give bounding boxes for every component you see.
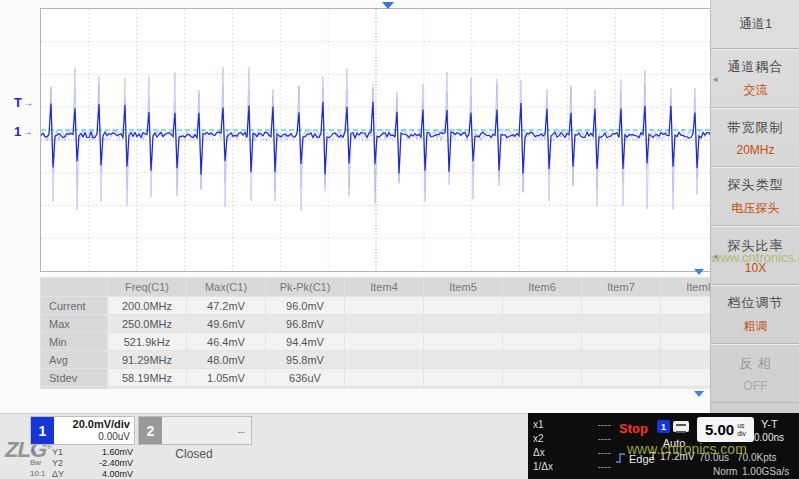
- measurement-cell: 636uV: [266, 369, 345, 387]
- measurement-cell: [345, 297, 424, 315]
- measurement-row-label: Count: [41, 387, 108, 390]
- cursor-y-readouts: ∿Y11.60mVBwY2-2.40mV10:1ΔY4.00mV: [30, 446, 133, 479]
- measurement-cell: [661, 387, 711, 390]
- measurement-cell: [661, 369, 711, 387]
- sidebar-item-5[interactable]: 档位调节粗调: [711, 285, 799, 344]
- measurement-cell: 96.0mV: [266, 297, 345, 315]
- cursor-x-row: 1/Δx----: [533, 459, 611, 473]
- channel-tag-icon: Bw: [30, 458, 52, 467]
- sidebar-item-3[interactable]: 探头类型电压探头: [711, 167, 799, 226]
- measurement-cell: [424, 369, 503, 387]
- scroll-indicator-bottom-icon[interactable]: [694, 391, 704, 397]
- trigger-position-icon[interactable]: [382, 2, 394, 9]
- trigger-display-icon: [673, 421, 689, 432]
- cursor-x-row: Δx----: [533, 445, 611, 459]
- channel1-marker-label: 1: [14, 124, 21, 139]
- measurement-cell: [503, 333, 582, 351]
- measurement-column-header: [41, 278, 108, 297]
- measurement-cell: [424, 351, 503, 369]
- measurement-column-header: Item4: [345, 278, 424, 297]
- measurement-cell: 96.8mV: [266, 315, 345, 333]
- scroll-indicator-top-icon[interactable]: [694, 269, 704, 275]
- cursor-label: ΔY: [52, 469, 72, 479]
- measurement-row-label: Max: [41, 315, 108, 333]
- sidebar-item-4[interactable]: ◂探头比率10X: [711, 226, 799, 285]
- menu-item-value: 10X: [745, 261, 766, 275]
- measurement-cell: [661, 297, 711, 315]
- measurement-cell: [582, 369, 661, 387]
- cursor-label: 1/Δx: [533, 461, 563, 472]
- cursor-x-row: x2----: [533, 431, 611, 445]
- measurement-cell: [582, 333, 661, 351]
- measurement-cell: 250.0MHz: [108, 315, 187, 333]
- measurement-cell: [424, 297, 503, 315]
- measurement-cell: [503, 369, 582, 387]
- menu-item-value: 电压探头: [732, 200, 780, 217]
- cursor-x-readouts: x1----x2----Δx----1/Δx----: [533, 417, 611, 473]
- measurement-cell: [661, 351, 711, 369]
- sidebar-item-2[interactable]: 带宽限制20MHz: [711, 108, 799, 167]
- trigger-delay: 0.00ns: [754, 432, 784, 443]
- cursor-label: Y2: [52, 458, 72, 468]
- channel1-scale: 20.0mV/div: [73, 418, 130, 431]
- measurement-table: Freq(C1)Max(C1)Pk-Pk(C1)Item4Item5Item6I…: [40, 277, 710, 389]
- cursor-label: Y1: [52, 447, 72, 457]
- measurement-cell: 200.0MHz: [108, 297, 187, 315]
- menu-item-label: 带宽限制: [728, 119, 784, 137]
- channel-tag-icon: 10:1: [30, 469, 52, 478]
- channel1-values: 20.0mV/div 0.00uV: [54, 417, 134, 444]
- trigger-level-label: T: [14, 95, 22, 110]
- waveform-display[interactable]: [40, 8, 712, 272]
- run-state-indicator[interactable]: Stop: [619, 421, 648, 436]
- measurement-row-label: Current: [41, 297, 108, 315]
- sidebar-item-1[interactable]: ◂通道耦合交流: [711, 49, 799, 108]
- measurement-column-header: Item7: [582, 278, 661, 297]
- measurement-cell: [345, 315, 424, 333]
- sidebar-item-6[interactable]: 反 相OFF: [711, 344, 799, 403]
- channel2-status-box[interactable]: 2 --: [138, 416, 252, 445]
- cursor-value: 4.00mV: [72, 469, 133, 479]
- measurement-column-header: Freq(C1): [108, 278, 187, 297]
- cursor-value: ----: [563, 447, 611, 458]
- right-arrow-icon: →: [22, 126, 32, 137]
- trigger-type: Edge: [615, 450, 655, 468]
- measurement-row: Avg91.29MHz48.0mV95.8mV: [41, 351, 711, 369]
- trigger-level-readout: T 17.2mV: [650, 451, 695, 462]
- measurement-cell: [345, 351, 424, 369]
- oscilloscope-screen: T→ 1→ Freq(C1)Max(C1)Pk-Pk(C1)Item4Item5…: [0, 0, 799, 479]
- trigger-level-marker[interactable]: T→: [14, 95, 33, 110]
- rising-edge-icon: [615, 450, 626, 468]
- channel1-level-marker[interactable]: 1→: [14, 124, 32, 139]
- left-arrow-icon: ◂: [713, 251, 718, 261]
- measurement-cell: [661, 333, 711, 351]
- channel2-dash: --: [162, 417, 251, 444]
- measurement-header-row: Freq(C1)Max(C1)Pk-Pk(C1)Item4Item5Item6I…: [41, 278, 711, 297]
- cursor-value: 1.60mV: [72, 447, 133, 457]
- channel1-status-box[interactable]: 1 20.0mV/div 0.00uV: [30, 416, 135, 445]
- right-arrow-icon: →: [23, 97, 33, 108]
- measurement-cell: [582, 297, 661, 315]
- cursor-y-row: BwY2-2.40mV: [30, 457, 133, 468]
- measurement-column-header: Item8: [661, 278, 711, 297]
- timebase-value: 5.00: [705, 421, 734, 438]
- measurement-cell: 4.011k: [108, 387, 187, 390]
- channel-tag-icon: ∿: [30, 447, 52, 456]
- measurement-cell: [424, 333, 503, 351]
- measurement-cell: 14: [266, 387, 345, 390]
- measurement-cell: [345, 333, 424, 351]
- measurement-row: Count4.011k1414: [41, 387, 711, 390]
- cursor-y-row: ∿Y11.60mV: [30, 446, 133, 457]
- timebase-box[interactable]: 5.00 us div: [697, 417, 754, 442]
- cursor-label: x1: [533, 419, 563, 430]
- channel2-badge: 2: [139, 417, 162, 444]
- measurement-cell: [582, 387, 661, 390]
- menu-item-value: 交流: [744, 82, 768, 99]
- measurement-row-label: Min: [41, 333, 108, 351]
- measurement-cell: 95.8mV: [266, 351, 345, 369]
- cursor-x-row: x1----: [533, 417, 611, 431]
- display-mode: Y-T: [761, 418, 778, 430]
- measurement-cell: [345, 387, 424, 390]
- measurement-cell: 49.6mV: [187, 315, 266, 333]
- sidebar-title-label: 通道1: [739, 15, 772, 33]
- measurement-cell: 48.0mV: [187, 351, 266, 369]
